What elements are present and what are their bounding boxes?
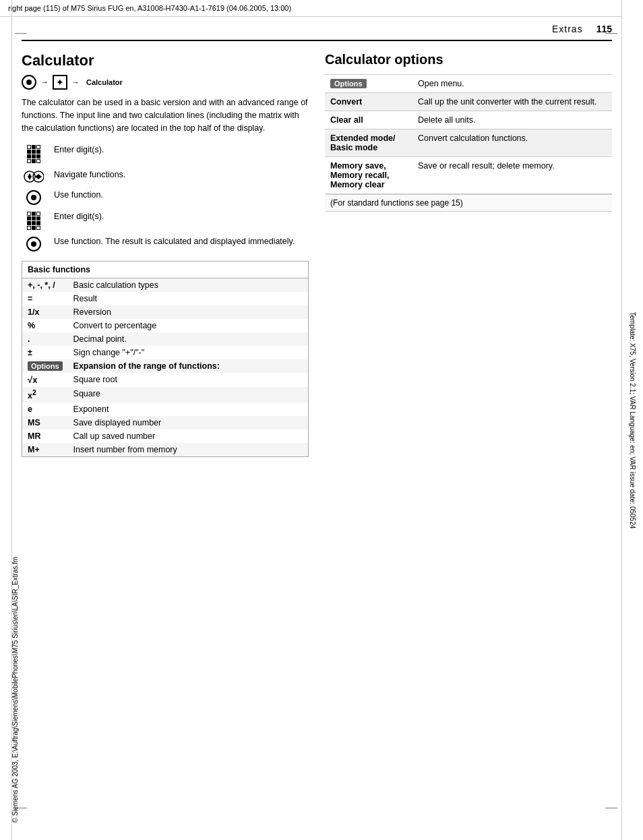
desc-cell: Save displayed number: [68, 416, 309, 429]
table-row: MS Save displayed number: [22, 416, 309, 429]
options-row-clear: Clear all Delete all units.: [325, 111, 612, 129]
grid-icon-1: [27, 145, 40, 163]
key-cell: MS: [22, 416, 68, 429]
key-cell: .: [22, 332, 68, 346]
table-row: = Result: [22, 292, 309, 305]
table-row: 1/x Reversion: [22, 305, 309, 319]
memory-key: Memory save,Memory recall,Memory clear: [325, 157, 412, 194]
table-row: ± Sign change "+"/"-": [22, 346, 309, 359]
icon-cell-1: [22, 144, 46, 163]
key-cell: MR: [22, 429, 68, 443]
key-cell: √x: [22, 373, 68, 387]
table-row: √x Square root: [22, 373, 309, 387]
two-col-layout: Calculator → ✦ → Calculator The calculat…: [22, 52, 612, 457]
calculator-title: Calculator: [22, 52, 309, 69]
desc-cell: Result: [68, 292, 309, 305]
desc-cell: Convert to percentage: [68, 319, 309, 332]
icon-desc-5: Use function. The result is calculated a…: [54, 235, 309, 248]
desc-cell: Square root: [68, 373, 309, 387]
table-row: +, -, *, / Basic calculation types: [22, 278, 309, 293]
nav-circle-inner: [26, 80, 32, 85]
basic-functions-header: Basic functions: [22, 262, 309, 278]
icon-cell-2: [22, 169, 46, 183]
icon-desc-2: Navigate functions.: [54, 169, 309, 181]
header-bar: right page (115) of M75 Sirius FUG en, A…: [0, 0, 643, 17]
table-row-options: Options Expansion of the range of functi…: [22, 359, 309, 373]
icon-desc-3: Use function.: [54, 189, 309, 202]
key-cell: M+: [22, 443, 68, 457]
desc-cell: Call up saved number: [68, 429, 309, 443]
icon-cell-5: [22, 235, 46, 251]
nav-star-box: ✦: [53, 75, 67, 90]
nav-breadcrumb: → ✦ → Calculator: [22, 75, 309, 90]
basic-functions-table: Basic functions +, -, *, / Basic calcula…: [22, 261, 309, 457]
corner-mark-top-right: —: [605, 26, 617, 40]
icon-row-2: Navigate functions.: [22, 169, 309, 183]
svg-marker-5: [38, 174, 42, 179]
options-key-cell: Options: [22, 359, 68, 373]
icon-cell-4: [22, 210, 46, 230]
svg-marker-2: [28, 177, 32, 180]
header-text: right page (115) of M75 Sirius FUG en, A…: [8, 4, 291, 12]
nav-circle-icon: [22, 75, 36, 90]
circle-icon-2: [26, 237, 41, 251]
circle-inner-2: [31, 241, 36, 247]
desc-cell: Basic calculation types: [68, 278, 309, 293]
icon-row-1: Enter digit(s).: [22, 144, 309, 163]
grid-icon-2: [27, 212, 40, 230]
table-row: . Decimal point.: [22, 332, 309, 346]
desc-cell: Reversion: [68, 305, 309, 319]
body-text: The calculator can be used in a basic ve…: [22, 96, 309, 134]
key-cell: %: [22, 319, 68, 332]
desc-cell: Sign change "+"/"-": [68, 346, 309, 359]
key-cell: x2: [22, 387, 68, 402]
options-open-menu-cell: Options: [325, 75, 412, 93]
copyright-text: © Siemens AG 2003, E:\Auftrag\Siemens\Mo…: [11, 557, 19, 823]
key-cell: e: [22, 402, 68, 416]
table-row: x2 Square: [22, 387, 309, 402]
table-row: M+ Insert number from memory: [22, 443, 309, 457]
convert-key: Convert: [325, 93, 412, 111]
svg-marker-4: [35, 174, 38, 179]
nav-arrow-1: →: [40, 78, 49, 87]
desc-cell: Insert number from memory: [68, 443, 309, 457]
circle-icon-1: [26, 190, 41, 205]
standard-note: (For standard functions see page 15): [325, 194, 612, 212]
options-row-convert: Convert Call up the unit converter with …: [325, 93, 612, 111]
nav-arrows-icon: [24, 170, 44, 183]
svg-marker-1: [28, 173, 32, 177]
options-badge: Options: [28, 361, 63, 371]
icon-row-3: Use function.: [22, 189, 309, 205]
icon-desc-1: Enter digit(s).: [54, 144, 309, 156]
options-row-extended: Extended mode/Basic mode Convert calcula…: [325, 129, 612, 157]
left-margin: [0, 0, 12, 840]
options-desc-cell: Expansion of the range of functions:: [68, 359, 309, 373]
icon-desc-4: Enter digit(s).: [54, 210, 309, 223]
table-row: MR Call up saved number: [22, 429, 309, 443]
key-cell: +, -, *, /: [22, 278, 68, 293]
extended-desc: Convert calculation functions.: [412, 129, 612, 157]
left-column: Calculator → ✦ → Calculator The calculat…: [22, 52, 309, 457]
template-info: Template: X75, Version 2.1; VAR Language…: [629, 311, 636, 529]
key-cell: =: [22, 292, 68, 305]
convert-desc: Call up the unit converter with the curr…: [412, 93, 612, 111]
key-cell: 1/x: [22, 305, 68, 319]
corner-mark-bottom-right: —: [605, 800, 617, 814]
page-section: Extras: [552, 24, 583, 34]
desc-cell: Decimal point.: [68, 332, 309, 346]
circle-inner-1: [31, 195, 36, 200]
right-column: Calculator options Options Open menu. Co…: [325, 52, 612, 457]
table-row: % Convert to percentage: [22, 319, 309, 332]
memory-desc: Save or recall result; delete memory.: [412, 157, 612, 194]
right-sidebar: Template: X75, Version 2.1; VAR Language…: [621, 0, 643, 840]
clear-key: Clear all: [325, 111, 412, 129]
page-header: Extras 115: [22, 17, 612, 41]
icon-row-4: Enter digit(s).: [22, 210, 309, 230]
desc-cell: Square: [68, 387, 309, 402]
icon-row-5: Use function. The result is calculated a…: [22, 235, 309, 251]
options-header-row: Options Open menu.: [325, 75, 612, 93]
open-menu-desc: Open menu.: [412, 75, 612, 93]
clear-desc: Delete all units.: [412, 111, 612, 129]
extended-key: Extended mode/Basic mode: [325, 129, 412, 157]
desc-cell: Exponent: [68, 402, 309, 416]
